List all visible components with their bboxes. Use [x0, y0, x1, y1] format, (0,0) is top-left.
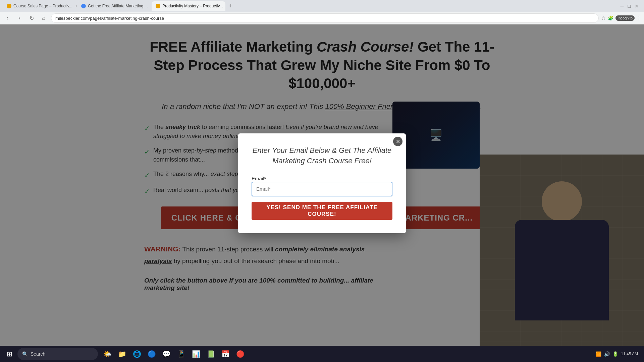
taskbar-search-icon: 🔍	[22, 351, 28, 357]
browser-chrome: Course Sales Page – Productiv... ✕ Get t…	[0, 0, 644, 24]
tab-1-close[interactable]: ✕	[75, 4, 76, 8]
start-button[interactable]: ⊞	[3, 347, 16, 361]
tray-time: 11:45 AM	[621, 352, 638, 356]
taskbar-app-red[interactable]: 🔴	[233, 347, 247, 361]
tab-1-favicon	[7, 4, 11, 8]
modal-overlay: ✕ Enter Your Email Below & Get The Affil…	[0, 24, 644, 362]
page-wrapper: FREE Affiliate Marketing Crash Course! G…	[0, 24, 644, 362]
title-bar: Course Sales Page – Productiv... ✕ Get t…	[0, 0, 644, 12]
close-window-button[interactable]: ✕	[635, 3, 639, 9]
taskbar-app-notepad[interactable]: 📗	[204, 347, 217, 361]
email-label: Email*	[252, 176, 266, 181]
bookmark-icon[interactable]: ☆	[601, 15, 606, 21]
taskbar-tray: 📶 🔊 🔋 11:45 AM	[596, 351, 641, 357]
tray-wifi-icon: 📶	[596, 351, 601, 357]
reload-button[interactable]: ↻	[27, 13, 36, 23]
tray-volume-icon: 🔊	[604, 351, 610, 357]
incognito-badge: Incognito	[615, 15, 635, 21]
menu-icon[interactable]: ⋮	[637, 15, 641, 21]
window-controls: ─ □ ✕	[621, 3, 641, 9]
taskbar-app-file-explorer[interactable]: 📁	[115, 347, 129, 361]
tab-2-title: Get the Free Affiliate Marketing ...	[88, 4, 148, 8]
taskbar: ⊞ 🔍 Search 🌤️ 📁 🌐 🔵 💬 📱 📊 📗 📅 🔴 📶 🔊 🔋 11…	[0, 346, 644, 362]
taskbar-app-excel[interactable]: 📊	[189, 347, 203, 361]
taskbar-app-weather[interactable]: 🌤️	[101, 347, 114, 361]
tab-2-favicon	[81, 4, 86, 8]
tab-1[interactable]: Course Sales Page – Productiv... ✕	[3, 1, 76, 11]
extensions-icon[interactable]: 🧩	[608, 15, 613, 21]
url-input[interactable]	[51, 13, 599, 23]
tab-2[interactable]: Get the Free Affiliate Marketing ... ✕	[77, 1, 151, 11]
minimize-button[interactable]: ─	[621, 3, 624, 9]
taskbar-search-text: Search	[31, 351, 45, 357]
taskbar-app-edge[interactable]: 🔵	[145, 347, 158, 361]
browser-actions: ☆ 🧩 Incognito ⋮	[601, 15, 641, 21]
taskbar-app-calendar[interactable]: 📅	[219, 347, 232, 361]
tab-2-close[interactable]: ✕	[151, 4, 151, 8]
tab-1-title: Course Sales Page – Productiv...	[13, 4, 72, 8]
modal-title: Enter Your Email Below & Get The Affilia…	[252, 145, 392, 166]
home-button[interactable]: ⌂	[39, 13, 48, 23]
forward-button[interactable]: ›	[15, 13, 24, 23]
tab-3-title: Productivity Mastery – Productiv...	[162, 4, 223, 8]
taskbar-app-chrome[interactable]: 🌐	[130, 347, 144, 361]
taskbar-search[interactable]: 🔍 Search	[17, 348, 98, 360]
back-button[interactable]: ‹	[3, 13, 12, 23]
maximize-button[interactable]: □	[628, 3, 631, 9]
tray-battery-icon: 🔋	[612, 351, 618, 357]
email-modal: ✕ Enter Your Email Below & Get The Affil…	[238, 133, 406, 233]
taskbar-app-phone[interactable]: 📱	[174, 347, 188, 361]
new-tab-button[interactable]: +	[226, 1, 235, 11]
tab-3-favicon	[156, 4, 160, 8]
tab-3[interactable]: Productivity Mastery – Productiv... ✕	[152, 1, 225, 11]
taskbar-app-skype[interactable]: 💬	[160, 347, 173, 361]
modal-submit-button[interactable]: YES! SEND ME THE FREE AFFILIATE COURSE!	[252, 202, 392, 220]
modal-close-button[interactable]: ✕	[393, 137, 402, 146]
taskbar-apps: 🌤️ 📁 🌐 🔵 💬 📱 📊 📗 📅 🔴	[101, 347, 247, 361]
address-bar: ‹ › ↻ ⌂ ☆ 🧩 Incognito ⋮	[0, 12, 644, 24]
email-input[interactable]	[252, 182, 392, 196]
email-field-wrapper: Email*	[252, 176, 392, 202]
